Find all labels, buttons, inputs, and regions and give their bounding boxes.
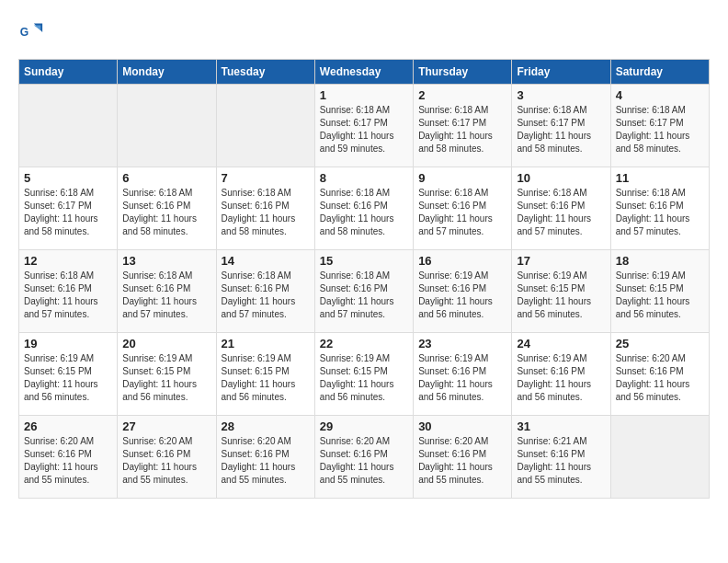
day-cell: 26Sunrise: 6:20 AM Sunset: 6:16 PM Dayli… [19,416,118,499]
day-cell: 16Sunrise: 6:19 AM Sunset: 6:16 PM Dayli… [414,250,512,333]
day-number: 2 [418,88,506,102]
day-info: Sunrise: 6:20 AM Sunset: 6:16 PM Dayligh… [418,435,506,487]
day-cell: 22Sunrise: 6:19 AM Sunset: 6:15 PM Dayli… [314,333,413,416]
logo-icon: G [18,18,44,44]
day-cell: 6Sunrise: 6:18 AM Sunset: 6:16 PM Daylig… [118,167,216,250]
day-info: Sunrise: 6:18 AM Sunset: 6:17 PM Dayligh… [517,104,605,155]
day-cell: 2Sunrise: 6:18 AM Sunset: 6:17 PM Daylig… [414,85,512,167]
day-cell: 29Sunrise: 6:20 AM Sunset: 6:16 PM Dayli… [314,416,413,499]
day-number: 17 [517,254,605,268]
col-header-thursday: Thursday [414,60,512,85]
day-info: Sunrise: 6:20 AM Sunset: 6:16 PM Dayligh… [222,435,310,487]
day-info: Sunrise: 6:19 AM Sunset: 6:15 PM Dayligh… [122,352,210,404]
day-number: 31 [517,419,605,433]
day-info: Sunrise: 6:20 AM Sunset: 6:16 PM Dayligh… [320,435,408,487]
header-row: SundayMondayTuesdayWednesdayThursdayFrid… [19,60,710,85]
day-cell: 14Sunrise: 6:18 AM Sunset: 6:16 PM Dayli… [216,250,314,333]
col-header-tuesday: Tuesday [216,60,314,85]
day-number: 23 [418,337,506,350]
day-cell: 18Sunrise: 6:19 AM Sunset: 6:15 PM Dayli… [610,250,709,333]
day-cell: 21Sunrise: 6:19 AM Sunset: 6:15 PM Dayli… [216,333,314,416]
day-number: 22 [320,337,408,350]
day-number: 9 [418,171,506,185]
day-cell: 25Sunrise: 6:20 AM Sunset: 6:16 PM Dayli… [610,333,709,416]
day-info: Sunrise: 6:21 AM Sunset: 6:16 PM Dayligh… [517,435,605,487]
day-number: 13 [122,254,210,268]
page-header: G [18,18,710,44]
day-info: Sunrise: 6:18 AM Sunset: 6:16 PM Dayligh… [320,270,408,321]
day-cell: 13Sunrise: 6:18 AM Sunset: 6:16 PM Dayli… [118,250,216,333]
day-cell [118,85,216,167]
day-cell: 7Sunrise: 6:18 AM Sunset: 6:16 PM Daylig… [216,167,314,250]
day-info: Sunrise: 6:20 AM Sunset: 6:16 PM Dayligh… [616,352,704,404]
day-info: Sunrise: 6:18 AM Sunset: 6:16 PM Dayligh… [517,187,605,238]
day-cell: 19Sunrise: 6:19 AM Sunset: 6:15 PM Dayli… [19,333,118,416]
day-info: Sunrise: 6:18 AM Sunset: 6:16 PM Dayligh… [320,187,408,238]
day-info: Sunrise: 6:18 AM Sunset: 6:16 PM Dayligh… [24,270,112,321]
day-cell: 3Sunrise: 6:18 AM Sunset: 6:17 PM Daylig… [512,85,610,167]
day-number: 12 [24,254,112,268]
day-number: 19 [24,337,112,350]
day-cell: 15Sunrise: 6:18 AM Sunset: 6:16 PM Dayli… [314,250,413,333]
day-info: Sunrise: 6:18 AM Sunset: 6:17 PM Dayligh… [24,187,112,238]
day-number: 11 [616,171,704,185]
day-number: 30 [418,419,506,433]
week-row-4: 19Sunrise: 6:19 AM Sunset: 6:15 PM Dayli… [19,333,710,416]
day-cell [216,85,314,167]
col-header-monday: Monday [118,60,216,85]
logo: G [18,18,46,44]
day-cell: 30Sunrise: 6:20 AM Sunset: 6:16 PM Dayli… [414,416,512,499]
day-info: Sunrise: 6:20 AM Sunset: 6:16 PM Dayligh… [24,435,112,487]
day-cell: 9Sunrise: 6:18 AM Sunset: 6:16 PM Daylig… [414,167,512,250]
col-header-sunday: Sunday [19,60,118,85]
day-info: Sunrise: 6:19 AM Sunset: 6:15 PM Dayligh… [24,352,112,404]
col-header-friday: Friday [512,60,610,85]
day-cell: 11Sunrise: 6:18 AM Sunset: 6:16 PM Dayli… [610,167,709,250]
day-cell: 20Sunrise: 6:19 AM Sunset: 6:15 PM Dayli… [118,333,216,416]
day-info: Sunrise: 6:19 AM Sunset: 6:15 PM Dayligh… [517,270,605,321]
day-number: 20 [122,337,210,350]
day-info: Sunrise: 6:20 AM Sunset: 6:16 PM Dayligh… [122,435,210,487]
day-cell: 24Sunrise: 6:19 AM Sunset: 6:16 PM Dayli… [512,333,610,416]
week-row-5: 26Sunrise: 6:20 AM Sunset: 6:16 PM Dayli… [19,416,710,499]
day-cell: 12Sunrise: 6:18 AM Sunset: 6:16 PM Dayli… [19,250,118,333]
day-cell: 10Sunrise: 6:18 AM Sunset: 6:16 PM Dayli… [512,167,610,250]
day-cell: 27Sunrise: 6:20 AM Sunset: 6:16 PM Dayli… [118,416,216,499]
day-number: 24 [517,337,605,350]
day-number: 29 [320,419,408,433]
day-number: 26 [24,419,112,433]
day-number: 14 [222,254,310,268]
day-cell: 28Sunrise: 6:20 AM Sunset: 6:16 PM Dayli… [216,416,314,499]
day-cell: 23Sunrise: 6:19 AM Sunset: 6:16 PM Dayli… [414,333,512,416]
day-number: 27 [122,419,210,433]
day-cell: 31Sunrise: 6:21 AM Sunset: 6:16 PM Dayli… [512,416,610,499]
day-cell: 5Sunrise: 6:18 AM Sunset: 6:17 PM Daylig… [19,167,118,250]
day-info: Sunrise: 6:18 AM Sunset: 6:16 PM Dayligh… [222,270,310,321]
week-row-1: 1Sunrise: 6:18 AM Sunset: 6:17 PM Daylig… [19,85,710,167]
day-number: 7 [222,171,310,185]
day-number: 5 [24,171,112,185]
day-number: 15 [320,254,408,268]
day-info: Sunrise: 6:18 AM Sunset: 6:16 PM Dayligh… [122,187,210,238]
day-info: Sunrise: 6:19 AM Sunset: 6:15 PM Dayligh… [222,352,310,404]
day-cell: 4Sunrise: 6:18 AM Sunset: 6:17 PM Daylig… [610,85,709,167]
week-row-2: 5Sunrise: 6:18 AM Sunset: 6:17 PM Daylig… [19,167,710,250]
day-number: 1 [320,88,408,102]
day-info: Sunrise: 6:19 AM Sunset: 6:15 PM Dayligh… [616,270,704,321]
day-cell [19,85,118,167]
day-number: 25 [616,337,704,350]
day-cell: 1Sunrise: 6:18 AM Sunset: 6:17 PM Daylig… [314,85,413,167]
day-info: Sunrise: 6:19 AM Sunset: 6:16 PM Dayligh… [418,352,506,404]
day-number: 3 [517,88,605,102]
week-row-3: 12Sunrise: 6:18 AM Sunset: 6:16 PM Dayli… [19,250,710,333]
day-info: Sunrise: 6:19 AM Sunset: 6:16 PM Dayligh… [418,270,506,321]
svg-marker-2 [34,25,40,30]
day-number: 8 [320,171,408,185]
day-info: Sunrise: 6:18 AM Sunset: 6:17 PM Dayligh… [418,104,506,155]
day-number: 28 [222,419,310,433]
day-info: Sunrise: 6:18 AM Sunset: 6:16 PM Dayligh… [418,187,506,238]
day-info: Sunrise: 6:19 AM Sunset: 6:16 PM Dayligh… [517,352,605,404]
day-info: Sunrise: 6:18 AM Sunset: 6:16 PM Dayligh… [616,187,704,238]
col-header-saturday: Saturday [610,60,709,85]
day-info: Sunrise: 6:18 AM Sunset: 6:16 PM Dayligh… [122,270,210,321]
